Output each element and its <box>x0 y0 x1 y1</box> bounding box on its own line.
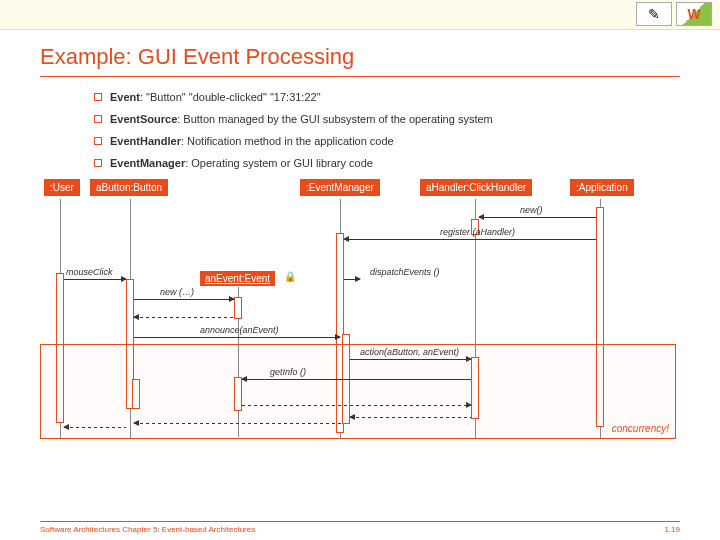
activation-bar <box>234 297 242 319</box>
lifeline-eventmanager: :EventManager <box>300 179 380 196</box>
message-label: mouseClick <box>66 267 113 277</box>
bullet-text: EventHandler: Notification method in the… <box>110 135 394 147</box>
message-label: register (aHandler) <box>440 227 515 237</box>
concurrency-frame: concurrency! <box>40 344 676 439</box>
message-arrow <box>479 217 596 218</box>
event-object-box: anEvent:Event <box>200 271 275 286</box>
lifeline-handler: aHandler:ClickHandler <box>420 179 532 196</box>
bullet-item: EventHandler: Notification method in the… <box>94 135 680 147</box>
bullet-text: EventSource: Button managed by the GUI s… <box>110 113 493 125</box>
concurrency-label: concurrency! <box>612 423 669 434</box>
logo-area: ✎ W <box>636 2 712 26</box>
slide-body: Example: GUI Event Processing Event: "Bu… <box>0 32 720 540</box>
message-arrow <box>344 239 596 240</box>
slide-footer: Software Architectures Chapter 5: Event-… <box>40 521 680 534</box>
lifeline-user: :User <box>44 179 80 196</box>
bullet-list: Event: "Button" "double-clicked" "17:31:… <box>94 91 680 169</box>
bullet-item: Event: "Button" "double-clicked" "17:31:… <box>94 91 680 103</box>
lock-icon: 🔒 <box>284 271 296 282</box>
title-underline <box>40 76 680 77</box>
return-arrow <box>134 317 234 318</box>
message-arrow <box>64 279 126 280</box>
bullet-item: EventSource: Button managed by the GUI s… <box>94 113 680 125</box>
sequence-diagram: :User aButton:Button :EventManager aHand… <box>40 179 680 459</box>
message-arrow <box>134 337 340 338</box>
slide-title: Example: GUI Event Processing <box>40 44 680 70</box>
bullet-marker-icon <box>94 137 102 145</box>
message-label: new() <box>520 205 543 215</box>
title-bar <box>0 0 720 30</box>
message-label: announce(anEvent) <box>200 325 279 335</box>
bullet-text: Event: "Button" "double-clicked" "17:31:… <box>110 91 321 103</box>
bullet-marker-icon <box>94 93 102 101</box>
bullet-marker-icon <box>94 115 102 123</box>
message-arrow <box>134 299 234 300</box>
lifeline-button: aButton:Button <box>90 179 168 196</box>
pencil-logo-icon: ✎ <box>636 2 672 26</box>
bullet-marker-icon <box>94 159 102 167</box>
message-label: new (…) <box>160 287 194 297</box>
footer-left: Software Architectures Chapter 5: Event-… <box>40 525 255 534</box>
message-arrow <box>344 279 360 280</box>
lifeline-application: :Application <box>570 179 634 196</box>
footer-page-number: 1.19 <box>664 525 680 534</box>
message-label: dispatchEvents () <box>370 267 440 277</box>
bullet-item: EventManager: Operating system or GUI li… <box>94 157 680 169</box>
bullet-text: EventManager: Operating system or GUI li… <box>110 157 373 169</box>
w-logo-icon: W <box>676 2 712 26</box>
